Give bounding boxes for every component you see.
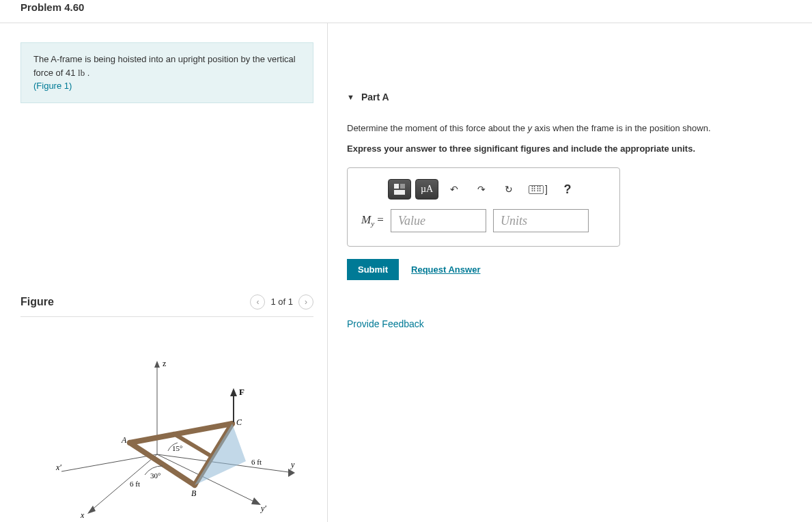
svg-line-10: [130, 443, 195, 485]
redo-button[interactable]: ↷: [470, 179, 493, 200]
part-a-header[interactable]: ▼ Part A: [347, 92, 792, 102]
instruction-text: Express your answer to three significant…: [347, 142, 792, 156]
bracket-label: ]: [545, 184, 548, 195]
lhs-symbol: M: [361, 213, 371, 226]
figure-prev-button[interactable]: ‹: [250, 294, 265, 310]
undo-icon: ↶: [450, 184, 458, 195]
question-text-1: Determine the moment of this force about…: [347, 123, 527, 133]
redo-icon: ↷: [477, 184, 486, 195]
svg-rect-19: [394, 190, 405, 195]
question-text-2: axis when the frame is in the position s…: [532, 123, 711, 133]
statement-text-2: .: [85, 68, 89, 78]
svg-marker-2: [154, 361, 160, 368]
template-button[interactable]: [388, 179, 411, 200]
point-C-label: C: [236, 417, 242, 427]
figure-link[interactable]: (Figure 1): [33, 81, 72, 91]
axis-z-label: z: [163, 359, 166, 368]
units-placeholder: Units: [501, 214, 527, 228]
request-answer-link[interactable]: Request Answer: [411, 264, 480, 275]
keyboard-icon: ⠿⠿: [529, 185, 544, 194]
collapse-icon: ▼: [347, 93, 354, 101]
figure-pager-label: 1 of 1: [270, 297, 293, 307]
angle-15-label: 15°: [172, 444, 182, 452]
length-6ft-left: 6 ft: [130, 480, 140, 488]
point-B-label: B: [191, 489, 197, 498]
svg-rect-18: [400, 184, 405, 189]
angle-30-label: 30°: [150, 471, 160, 480]
svg-marker-7: [87, 506, 96, 514]
part-a-label: Part A: [361, 92, 389, 102]
figure-diagram: z x′ y x y′: [20, 328, 313, 523]
lhs-subscript: y: [371, 220, 374, 228]
axis-y-label: y: [290, 460, 295, 469]
units-button-label: µA: [421, 184, 433, 195]
value-placeholder: Value: [398, 214, 425, 228]
figure-title: Figure: [20, 296, 54, 308]
reset-button[interactable]: ↻: [497, 179, 520, 200]
reset-icon: ↻: [505, 184, 513, 195]
value-input[interactable]: Value: [391, 209, 486, 232]
svg-marker-14: [195, 424, 246, 485]
svg-line-3: [61, 454, 157, 471]
problem-statement: The A-frame is being hoisted into an upr…: [20, 42, 313, 103]
axis-x-label: x: [80, 510, 85, 520]
statement-text-1: The A-frame is being hoisted into an upr…: [33, 54, 296, 78]
equals-sign: =: [377, 213, 384, 226]
provide-feedback-link[interactable]: Provide Feedback: [347, 318, 792, 329]
svg-marker-5: [288, 469, 295, 477]
help-icon: ?: [563, 182, 571, 197]
help-button[interactable]: ?: [556, 179, 579, 200]
answer-lhs: My =: [361, 213, 384, 228]
svg-marker-16: [230, 388, 237, 396]
force-F-label: F: [239, 387, 244, 397]
length-6ft-right: 6 ft: [251, 458, 262, 466]
keyboard-button[interactable]: ⠿⠿ ]: [524, 179, 552, 200]
svg-line-6: [89, 454, 157, 512]
question-text: Determine the moment of this force about…: [347, 122, 792, 135]
submit-button[interactable]: Submit: [347, 259, 399, 280]
undo-button[interactable]: ↶: [443, 179, 466, 200]
axis-yprime-label: y′: [260, 504, 266, 513]
answer-box: µA ↶ ↷ ↻ ⠿⠿ ]: [347, 167, 620, 247]
svg-marker-9: [251, 497, 261, 505]
svg-rect-17: [394, 184, 399, 189]
point-A-label: A: [121, 435, 127, 445]
answer-toolbar: µA ↶ ↷ ↻ ⠿⠿ ]: [361, 179, 606, 200]
problem-title: Problem 4.60: [20, 0, 792, 23]
figure-next-button[interactable]: ›: [298, 294, 313, 310]
axis-xprime-label: x′: [55, 463, 61, 472]
units-button[interactable]: µA: [415, 179, 438, 200]
template-icon: [393, 183, 406, 195]
statement-unit: lb: [78, 68, 85, 78]
units-input[interactable]: Units: [493, 209, 589, 232]
divider: [20, 316, 313, 317]
figure-pager: ‹ 1 of 1 ›: [250, 294, 313, 310]
